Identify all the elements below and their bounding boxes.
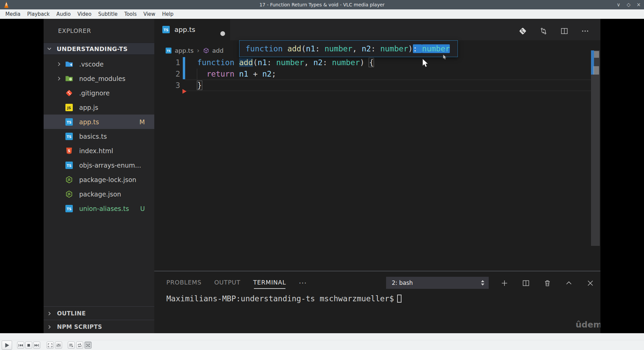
file-label: basics.ts [79, 133, 107, 140]
ts-icon: TS [165, 47, 172, 54]
window-title: 17 - Function Return Types & void - VLC … [0, 0, 644, 9]
code-token: function [246, 44, 287, 53]
next-button[interactable] [33, 342, 40, 349]
breadcrumb-item[interactable]: add [212, 47, 224, 54]
chevron-right-icon [56, 76, 65, 81]
outline-label: OUTLINE [57, 310, 86, 317]
code-line-2[interactable]: 2 return n1 + n2; [154, 68, 600, 80]
overview-ruler-mark [593, 66, 599, 75]
code-token: n2 [313, 58, 323, 67]
code-token: : [267, 58, 276, 67]
code-token [197, 70, 207, 78]
file-row-union-aliases-ts[interactable]: TSunion-aliases.tsU [44, 201, 154, 216]
code-token: { [369, 58, 374, 67]
maximize-button[interactable]: ◇ [626, 2, 631, 8]
html-icon: 5 [65, 147, 74, 155]
menu-audio[interactable]: Audio [53, 9, 74, 19]
panel-more-tabs[interactable]: ··· [299, 278, 307, 288]
chevron-down-icon [47, 46, 52, 51]
new-terminal-icon[interactable] [500, 279, 508, 287]
close-panel-icon[interactable] [586, 279, 594, 287]
menu-media[interactable]: Media [2, 9, 24, 19]
close-button[interactable]: × [636, 2, 641, 8]
code-token: n1 [239, 70, 249, 78]
loop-button[interactable] [76, 342, 83, 349]
sidebar-section-npm-scripts[interactable]: NPM SCRIPTS [44, 320, 154, 333]
file-row-index-html[interactable]: 5index.html [44, 143, 154, 158]
previous-button[interactable] [17, 342, 24, 349]
code-line-3[interactable]: 3} [154, 80, 600, 91]
file-label: index.html [79, 147, 113, 155]
maximize-panel-icon[interactable] [565, 279, 573, 287]
file-row--gitignore[interactable]: .gitignore [44, 86, 154, 100]
menu-tools[interactable]: Tools [121, 9, 140, 19]
split-terminal-icon[interactable] [522, 279, 530, 287]
kill-terminal-icon[interactable] [543, 279, 551, 287]
playlist-button[interactable] [68, 342, 75, 349]
menu-subtitle[interactable]: Subtitle [95, 9, 121, 19]
file-row-app-js[interactable]: JSapp.js [44, 100, 154, 115]
sync-changes-icon[interactable] [539, 27, 548, 35]
code-line-1[interactable]: 1function add(n1: number, n2: number) { [154, 57, 600, 68]
folder-vscode-icon [65, 60, 74, 68]
stop-button[interactable] [25, 342, 32, 349]
file-row-node-modules[interactable]: node_modules [44, 71, 154, 86]
svg-text:JS: JS [67, 106, 71, 110]
git-status-badge: U [140, 205, 145, 212]
explorer-title: EXPLORER [58, 27, 91, 34]
split-editor-icon[interactable] [560, 27, 569, 35]
file-row-app-ts[interactable]: TSapp.tsM [44, 115, 154, 129]
menu-video[interactable]: Video [74, 9, 95, 19]
file-row-basics-ts[interactable]: TSbasics.ts [44, 129, 154, 143]
file-row-package-lock-json[interactable]: JSpackage-lock.json [44, 172, 154, 187]
chevron-spacer [56, 177, 65, 182]
panel-separator[interactable] [154, 271, 600, 271]
file-row-package-json[interactable]: JSpackage.json [44, 187, 154, 201]
terminal-output[interactable]: Maximilians-MBP:understanding-ts mschwar… [166, 294, 401, 303]
chevron-spacer [56, 206, 65, 211]
video-canvas[interactable]: EXPLORER UNDERSTANDING-TS .vscodenode_mo… [0, 19, 644, 333]
svg-text:TS: TS [67, 120, 71, 124]
code-token: n1 [306, 44, 315, 53]
extended-settings-button[interactable] [55, 342, 62, 349]
svg-text:TS: TS [164, 28, 168, 32]
menu-playback[interactable]: Playback [24, 9, 53, 19]
file-label: app.ts [79, 118, 99, 126]
breadcrumb-item[interactable]: app.ts [175, 47, 194, 54]
file-row--vscode[interactable]: .vscode [44, 57, 154, 71]
code-token: add [287, 44, 302, 53]
panel-tab-problems[interactable]: PROBLEMS [166, 277, 202, 290]
tab-app-ts[interactable]: TS app.ts [154, 19, 230, 40]
file-row-objs-arrays-enum-[interactable]: TSobjs-arrays-enum... [44, 158, 154, 172]
terminal-cursor [397, 295, 401, 303]
minimize-button[interactable]: ∨ [616, 2, 621, 8]
menu-help[interactable]: Help [159, 9, 177, 19]
git-icon [65, 89, 74, 97]
shell-selector[interactable]: 2: bash [386, 277, 489, 289]
ts-icon: TS [65, 118, 74, 126]
open-changes-icon[interactable] [519, 27, 527, 35]
panel-tab-output[interactable]: OUTPUT [214, 277, 240, 290]
fullscreen-button[interactable] [47, 342, 54, 349]
chevron-spacer [56, 134, 65, 139]
panel-tab-terminal[interactable]: TERMINAL [253, 277, 286, 290]
file-label: app.js [79, 104, 98, 111]
svg-text:JS: JS [67, 193, 71, 196]
menu-view[interactable]: View [140, 9, 159, 19]
code-token: + [248, 70, 262, 78]
unsaved-dot-icon[interactable] [220, 31, 225, 36]
npm-scripts-label: NPM SCRIPTS [57, 323, 102, 330]
more-actions-icon[interactable] [581, 27, 589, 35]
breadcrumb: TSapp.ts›add [165, 45, 224, 56]
recording-pointer-icon [182, 89, 186, 94]
chevron-spacer [56, 148, 65, 154]
play-button[interactable] [2, 341, 12, 350]
explorer-section-header[interactable]: UNDERSTANDING-TS [44, 43, 154, 55]
random-button[interactable] [85, 342, 92, 349]
panel-actions [500, 277, 594, 290]
editor-scrollbar[interactable] [591, 50, 600, 246]
cube-icon [203, 47, 209, 54]
seek-row: 01:13 07:25 [0, 333, 644, 340]
code-token: number [332, 58, 360, 67]
sidebar-section-outline[interactable]: OUTLINE [44, 306, 154, 320]
